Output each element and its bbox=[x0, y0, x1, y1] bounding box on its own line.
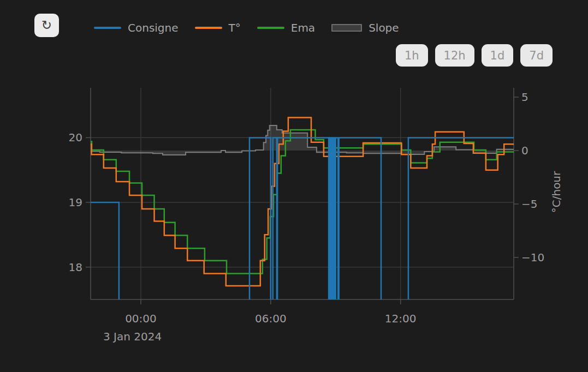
range-button-7d[interactable]: 7d bbox=[520, 44, 553, 67]
slope-axis-label: 5 bbox=[521, 91, 528, 104]
x-axis-label: 06:00 bbox=[255, 312, 287, 325]
legend-item-slope[interactable]: Slope bbox=[331, 21, 399, 34]
range-button-12h[interactable]: 12h bbox=[435, 44, 474, 67]
legend-item-ema[interactable]: Ema bbox=[257, 21, 315, 34]
legend-label-slope: Slope bbox=[369, 21, 399, 34]
slope-axis-label: 0 bbox=[521, 144, 528, 157]
slope-axis-label: −10 bbox=[521, 251, 544, 264]
refresh-icon: ↻ bbox=[41, 19, 52, 32]
legend-label-temperature: T° bbox=[229, 21, 241, 34]
range-button-1h[interactable]: 1h bbox=[396, 44, 428, 67]
legend-line-sample-ema bbox=[257, 27, 284, 29]
legend-box-sample-slope bbox=[331, 24, 362, 32]
refresh-button[interactable]: ↻ bbox=[34, 14, 59, 37]
legend-label-consigne: Consigne bbox=[128, 21, 179, 34]
x-axis-label: 12:00 bbox=[385, 312, 417, 325]
x-axis-date-label: 3 Jan 2024 bbox=[103, 330, 162, 343]
chart-legend: Consigne T° Ema Slope bbox=[94, 21, 399, 34]
temp-axis-label: 20 bbox=[69, 131, 82, 144]
legend-line-sample-consigne bbox=[94, 27, 121, 29]
legend-item-consigne[interactable]: Consigne bbox=[94, 21, 179, 34]
temp-axis-label: 18 bbox=[69, 261, 82, 274]
legend-item-temperature[interactable]: T° bbox=[195, 21, 241, 34]
range-button-1d[interactable]: 1d bbox=[482, 44, 514, 67]
series-consigne bbox=[91, 137, 514, 332]
legend-line-sample-temperature bbox=[195, 27, 222, 29]
slope-axis-title: °C/hour bbox=[550, 171, 563, 213]
legend-label-ema: Ema bbox=[291, 21, 315, 34]
plotly-graph-card: 20191850−5−10°C/hour00:0006:0012:003 Jan… bbox=[0, 0, 588, 372]
slope-axis-label: −5 bbox=[521, 197, 537, 211]
temp-axis-label: 19 bbox=[69, 196, 82, 209]
range-buttons: 1h 12h 1d 7d bbox=[396, 44, 553, 67]
x-axis-label: 00:00 bbox=[125, 312, 157, 325]
